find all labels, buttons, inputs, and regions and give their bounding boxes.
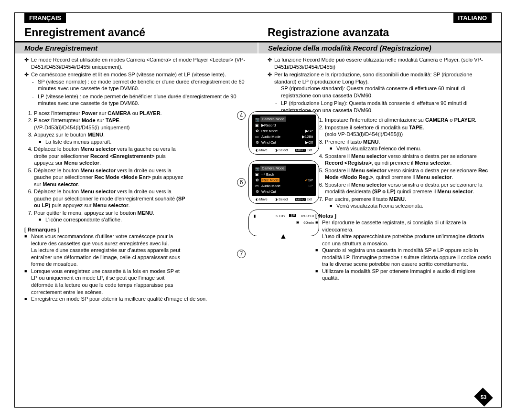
camera-icon: 📷 [254, 167, 260, 171]
lang-tab-italian: ITALIANO [453, 13, 492, 23]
camera-icon: 📷 [254, 117, 260, 122]
fr-step-5: Déplacez le bouton Menu selector vers la… [34, 167, 186, 188]
callout-4: 4 [237, 111, 246, 120]
fr-intro-2a: SP (vitesse normale) : ce mode permet de… [31, 78, 248, 92]
it-note-1: Per riprodurre le cassette registrate, s… [322, 219, 492, 247]
it-step-1: Impostare l'interruttore di alimentazion… [325, 116, 492, 124]
fr-steps: Placez l'interrupteur Power sur CAMERA o… [24, 110, 248, 223]
fr-intro-2b: LP (vitesse lente) : ce mode permet de b… [31, 93, 248, 107]
col-french: Le mode Record est utilisable en modes C… [15, 56, 258, 303]
language-tabs: FRANÇAIS ITALIANO [15, 13, 501, 23]
fr-step-7: Pour quitter le menu, appuyez sur le bou… [34, 210, 186, 223]
it-step-3: Premere il tasto MENU. Verrà visualizzat… [325, 138, 492, 152]
osd-select: ◑ Select [275, 148, 288, 152]
it-step-3-sub: Verrà visualizzato l'elenco del menu. [336, 145, 492, 152]
osd-select-6: ◑ Select [275, 198, 288, 201]
subtitle-left: Mode Enregistrement [15, 42, 258, 53]
osd-exit: MENU Exit [295, 148, 312, 152]
lang-tab-french: FRANÇAIS [24, 13, 66, 23]
it-step-7: Per uscire, premere il tasto MENU. Verrà… [325, 196, 492, 210]
title-right-text: Registrazione avanzata [268, 26, 492, 39]
fr-note-1: Nous vous recommandons d'utiliser votre … [31, 233, 186, 268]
osd-move: ◐ Move [256, 148, 268, 152]
fr-step-1: Placez l'interrupteur Power sur CAMERA o… [34, 110, 186, 117]
subtitle-right: Selezione della modalità Record (Registr… [258, 42, 501, 53]
display-icon: ▭ [254, 184, 260, 188]
page-number: 53 [476, 391, 491, 403]
timecode: 0:00:10 [301, 214, 314, 218]
figure-stack: 4 📷Camera Mode ▣▶Record ✿Rec Mode▶SP ▭Au… [248, 111, 325, 236]
osd-exit-6: MENU Exit [295, 198, 312, 201]
display-icon: ▭ [254, 135, 260, 139]
fr-note-2: Lorsque vous enregistrez une cassette à … [31, 268, 186, 295]
title-left: Enregistrement avancé [15, 23, 258, 41]
fr-notes-wide: Enregistrez en mode SP pour obtenir la m… [24, 295, 248, 303]
title-row: Enregistrement avancé Registrazione avan… [15, 23, 501, 42]
fr-note-3: Enregistrez en mode SP pour obtenir la m… [31, 295, 248, 303]
it-intro-2-text: Per la registrazione e la riproduzione, … [274, 72, 472, 84]
it-step-6: Spostare il Menu selector verso sinistra… [325, 181, 492, 195]
fr-notes: Nous vous recommandons d'utiliser votre … [24, 233, 248, 295]
stby-label: STBY [276, 214, 286, 218]
fr-step-4: Déplacez le bouton Menu selector vers la… [34, 146, 186, 167]
it-step-2: Impostare il selettore di modalità su TA… [325, 124, 492, 138]
settings-icon: ⚙ [254, 189, 260, 194]
it-intro-1: La funzione Record Mode può essere utili… [268, 56, 492, 70]
osd-title: Camera Mode [260, 116, 286, 122]
it-intro-list: La funzione Record Mode può essere utili… [268, 56, 492, 114]
fr-step-3-sub: La liste des menus apparaît. [45, 138, 186, 146]
cam-setting-icon: ✿ [254, 129, 260, 133]
callout-7: 7 [237, 250, 246, 258]
it-step-5: Spostare il Menu selector verso sinistra… [325, 167, 492, 181]
battery-icon: ▮ [254, 214, 256, 218]
tape-icon: ▣ [254, 172, 260, 177]
subtitle-row: Mode Enregistrement Selezione della moda… [15, 42, 501, 53]
fr-intro-list: Le mode Record est utilisable en modes C… [24, 56, 248, 107]
it-note-2: Quando si registra una cassetta in modal… [322, 247, 492, 268]
fr-step-2: Placez l'interrupteur Mode sur TAPE.(VP-… [34, 117, 186, 131]
fr-step-7-sub: L'icône correspondante s'affiche. [45, 216, 186, 223]
callout-6: 6 [237, 178, 246, 187]
manual-page: FRANÇAIS ITALIANO Enregistrement avancé … [14, 12, 502, 408]
tape-remain-icon: ▣ [296, 220, 300, 224]
tape-remain: 60min [303, 220, 314, 225]
fr-intro-2-text: Ce caméscope enregistre et lit en modes … [31, 72, 226, 77]
title-right: Registrazione avanzata [258, 23, 501, 41]
title-left-text: Enregistrement avancé [24, 26, 248, 39]
cam-setting-icon: ✿ [254, 178, 260, 182]
it-step-7-sub: Verrà visualizzata l'icona selezionata. [336, 202, 492, 210]
it-intro-2-sub: SP (riproduzione standard): Questa modal… [274, 85, 492, 114]
play-indicator-icon: ▲ [280, 232, 287, 241]
settings-icon: ⚙ [254, 140, 260, 145]
it-intro-2a: SP (riproduzione standard): Questa modal… [274, 85, 492, 99]
it-note-3: Utilizzare la modalità SP per ottenere i… [322, 268, 492, 282]
osd-screen-4: 📷Camera Mode ▣▶Record ✿Rec Mode▶SP ▭Audi… [248, 111, 319, 155]
fr-intro-1: Le mode Record est utilisable en modes C… [24, 56, 248, 70]
fr-step-6: Déplacez le bouton Menu selector vers la… [34, 188, 186, 209]
tape-icon: ▣ [254, 123, 260, 127]
osd-screen-7: ▮ STBY SP 0:00:10 ▣ 60min ▲ [248, 210, 319, 236]
fr-intro-2: Ce caméscope enregistre et lit en modes … [24, 71, 248, 107]
osd-title-6: Camera Mode [260, 166, 286, 171]
osd-move-6: ◐ Move [256, 198, 268, 201]
it-intro-2: Per la registrazione e la riproduzione, … [268, 71, 492, 114]
it-step-4: Spostare il Menu selector verso sinistra… [325, 153, 492, 167]
fr-step-3: Appuyez sur le bouton MENU. La liste des… [34, 131, 186, 145]
fr-intro-2-sub: SP (vitesse normale) : ce mode permet de… [31, 78, 248, 107]
osd-screen-6: 📷Camera Mode ▣⮐ Back ✿Rec Mode✔SP ▭Audio… [248, 160, 319, 204]
sp-badge: SP [289, 214, 296, 217]
fr-notes-header: [ Remarques ] [24, 226, 248, 233]
